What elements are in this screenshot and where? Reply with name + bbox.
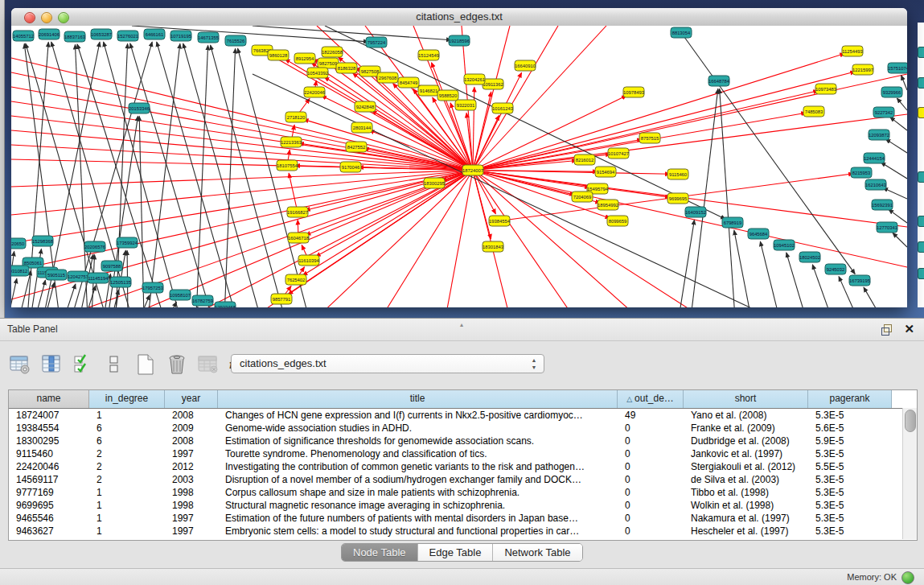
graph-node[interactable]: 9588520 — [437, 90, 458, 101]
graph-node[interactable]: 9115460 — [667, 169, 688, 179]
graph-node[interactable]: 7615526 — [225, 35, 246, 46]
graph-node[interactable]: 10653287 — [91, 29, 112, 39]
scrollbar-thumb[interactable] — [905, 410, 916, 432]
graph-node[interactable]: 10911362 — [483, 79, 503, 89]
graph-node[interactable]: 9860128 — [268, 50, 289, 60]
graph-node[interactable]: 11610394 — [298, 255, 319, 266]
graph-node[interactable]: 12213363 — [281, 137, 302, 147]
table-cell[interactable]: 5.9E-5 — [808, 435, 892, 447]
table-row[interactable]: 1456911722003Disruption of a novel membe… — [9, 473, 917, 486]
graph-node[interactable]: 10958107 — [170, 290, 191, 300]
graph-node[interactable]: 10945102 — [774, 240, 795, 250]
table-cell[interactable]: 0 — [618, 486, 684, 499]
graph-node[interactable]: 18301843 — [483, 241, 503, 252]
table-cell[interactable]: 1997 — [165, 525, 218, 538]
graph-node[interactable]: 11254493 — [842, 46, 863, 56]
column-header-title[interactable]: title — [218, 390, 618, 408]
column-header-name[interactable]: name — [9, 390, 89, 408]
table-cell[interactable]: 22420046 — [9, 460, 89, 473]
table-cell[interactable]: 1 — [89, 499, 165, 512]
table-cell[interactable]: de Silva et al. (2003) — [684, 473, 808, 486]
graph-node[interactable]: 12042757 — [68, 271, 88, 282]
graph-node[interactable]: 9227342 — [873, 107, 894, 117]
table-cell[interactable]: 1 — [89, 486, 165, 499]
row-select-icon[interactable] — [71, 352, 95, 377]
table-cell[interactable]: 9777169 — [9, 486, 89, 499]
table-row[interactable]: 1830029562008Estimation of significance … — [9, 435, 917, 447]
graph-node[interactable]: 12505135 — [110, 277, 131, 287]
graph-node[interactable]: 15692391 — [872, 200, 893, 210]
table-cell[interactable]: 2009 — [165, 422, 218, 435]
graph-node[interactable]: 9154694 — [595, 167, 616, 177]
graph-node[interactable]: 8912954 — [294, 53, 315, 64]
graph-node[interactable]: 18300295 — [424, 178, 445, 188]
table-cell[interactable]: Tourette syndrome. Phenomenology and cla… — [218, 447, 618, 460]
column-header-pagerank[interactable]: pagerank — [808, 390, 892, 408]
graph-node[interactable]: 10973483 — [815, 84, 836, 94]
table-cell[interactable]: 1 — [89, 512, 165, 525]
graph-node[interactable]: 18954992 — [598, 200, 618, 210]
window-titlebar[interactable]: citations_edges.txt — [11, 8, 907, 27]
close-panel-icon[interactable]: ✕ — [904, 322, 914, 336]
table-cell[interactable]: 0 — [618, 499, 684, 512]
table-cell[interactable]: Jankovic et al. (1997) — [684, 447, 808, 460]
graph-node[interactable]: 12444154 — [864, 153, 885, 163]
table-cell[interactable]: 1 — [89, 409, 165, 422]
table-cell[interactable]: 0 — [618, 435, 684, 447]
table-cell[interactable]: 0 — [618, 525, 684, 538]
tab-node-table[interactable]: Node Table — [342, 544, 418, 561]
graph-node[interactable]: 18107554 — [277, 160, 298, 171]
graph-node[interactable]: 17359924 — [117, 237, 138, 248]
delete-icon[interactable] — [165, 352, 189, 377]
graph-node[interactable]: 19218596 — [449, 35, 470, 46]
graph-node[interactable]: 5905115 — [46, 270, 67, 280]
table-cell[interactable]: Genome-wide association studies in ADHD. — [218, 422, 618, 435]
table-cell[interactable]: 5.5E-5 — [808, 460, 892, 473]
table-source-select[interactable]: citations_edges.txt ▲▼ — [231, 354, 544, 373]
graph-node[interactable]: 7204069 — [572, 192, 593, 202]
graph-node[interactable]: 17957253 — [142, 282, 163, 293]
graph-node[interactable]: 6466161 — [144, 29, 165, 39]
graph-node[interactable]: 10161243 — [492, 103, 513, 113]
graph-node[interactable]: 13204261 — [464, 74, 485, 84]
table-cell[interactable]: Changes of HCN gene expression and I(f) … — [218, 409, 618, 422]
graph-node[interactable]: 6798919 — [722, 217, 743, 228]
table-cell[interactable]: 5.6E-5 — [808, 422, 892, 435]
table-cell[interactable]: Embryonic stem cells: a model to study s… — [218, 525, 618, 538]
table-cell[interactable]: 5.3E-5 — [808, 512, 892, 525]
table-cell[interactable]: Tibbo et al. (1998) — [684, 486, 808, 499]
graph-node[interactable]: 9146821 — [418, 85, 439, 96]
graph-node[interactable]: 18837163 — [64, 31, 85, 42]
graph-node[interactable]: 16640910 — [515, 60, 536, 71]
table-cell[interactable]: Structural magnetic resonance image aver… — [218, 499, 618, 512]
graph-node[interactable]: 9310812 — [11, 266, 29, 276]
table-cell[interactable]: 18724007 — [9, 409, 89, 422]
table-cell[interactable]: 2003 — [165, 473, 218, 486]
table-cell[interactable]: 1997 — [165, 512, 218, 525]
graph-node[interactable]: 10978493 — [623, 87, 644, 97]
graph-node[interactable]: 18024502 — [799, 252, 820, 262]
table-row[interactable]: 977716911998Corpus callosum shape and si… — [9, 486, 917, 499]
table-cell[interactable]: 6 — [89, 422, 165, 435]
graph-node[interactable]: 16046718 — [288, 233, 309, 243]
graph-node[interactable]: 16782759 — [192, 295, 213, 306]
graph-node[interactable]: 14055712 — [13, 31, 34, 41]
graph-node[interactable]: 12770341 — [877, 222, 897, 233]
network-canvas[interactable]: 1405571220691406188371631065328715276021… — [11, 26, 907, 307]
table-cell[interactable]: Estimation of significance thresholds fo… — [218, 435, 618, 447]
graph-node[interactable]: 8427552 — [346, 142, 367, 152]
graph-node[interactable]: 7957224 — [366, 37, 387, 47]
table-cell[interactable]: 1998 — [165, 499, 218, 512]
table-cell[interactable]: 1998 — [165, 486, 218, 499]
table-row[interactable]: 911546021997Tourette syndrome. Phenomeno… — [9, 447, 917, 460]
table-row[interactable]: 2242004622012Investigating the contribut… — [9, 460, 917, 473]
graph-node[interactable]: 2718120 — [285, 112, 306, 122]
graph-node[interactable]: 9857791 — [271, 294, 292, 304]
graph-node[interactable]: 12093872 — [869, 130, 889, 140]
table-cell[interactable]: 2012 — [165, 460, 218, 473]
graph-node[interactable]: 15298368 — [32, 236, 53, 246]
table-cell[interactable]: 49 — [618, 409, 684, 422]
table-cell[interactable]: Corpus callosum shape and size in male p… — [218, 486, 618, 499]
graph-node[interactable]: 9699695 — [667, 193, 688, 204]
graph-node[interactable]: 16739195 — [849, 275, 870, 286]
